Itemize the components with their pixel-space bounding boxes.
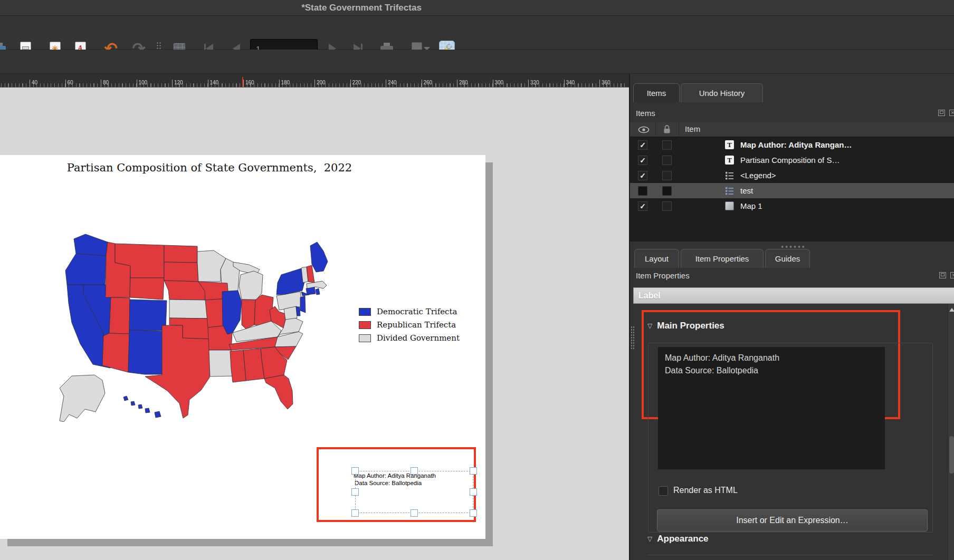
insert-expression-button[interactable]: Insert or Edit an Expression… bbox=[657, 509, 928, 532]
scroll-up-arrow[interactable] bbox=[949, 308, 954, 312]
actions-toolbar bbox=[0, 50, 954, 74]
lock-checkbox[interactable] bbox=[662, 140, 672, 150]
ruler-tick: 220 bbox=[350, 80, 361, 87]
label-text-input[interactable]: Map Author: Aditya Ranganath Data Source… bbox=[658, 347, 885, 469]
state-MI bbox=[239, 271, 263, 300]
collapse-triangle-icon[interactable]: ▽ bbox=[647, 535, 652, 543]
map-title-label[interactable]: Partisan Composition of State Government… bbox=[0, 161, 419, 174]
ruler-tick: 340 bbox=[564, 80, 575, 87]
render-as-html-checkbox[interactable] bbox=[659, 486, 668, 496]
tab-layout[interactable]: Layout bbox=[634, 249, 679, 268]
properties-scrollbar[interactable] bbox=[948, 304, 954, 560]
layout-toolbar: → ✳→ A→ ↶ ↷ → bbox=[0, 16, 954, 50]
lock-checkbox[interactable] bbox=[662, 156, 672, 165]
state-MA bbox=[307, 281, 327, 288]
items-row[interactable]: ✓TPartisan Composition of S… bbox=[630, 152, 954, 168]
items-tree[interactable]: Item ✓TMap Author: Aditya Rangan…✓TParti… bbox=[630, 122, 954, 242]
items-row[interactable]: ✓TMap Author: Aditya Rangan… bbox=[630, 137, 954, 152]
ruler-tick: 320 bbox=[528, 80, 539, 87]
state-CO bbox=[129, 300, 167, 331]
legend-item-icon bbox=[725, 186, 734, 195]
state-OR bbox=[65, 254, 106, 285]
resize-handle[interactable] bbox=[470, 509, 477, 517]
layout-canvas[interactable]: Partisan Composition of State Government… bbox=[0, 88, 629, 560]
state-IL bbox=[222, 291, 242, 334]
ruler-tick: 120 bbox=[172, 80, 183, 87]
state-HI bbox=[138, 404, 142, 409]
items-column-header: Item bbox=[685, 124, 700, 133]
state-NY bbox=[276, 268, 305, 295]
legend-row: Republican Trifecta bbox=[359, 320, 460, 330]
resize-handle[interactable] bbox=[470, 467, 477, 475]
lock-checkbox[interactable] bbox=[662, 201, 672, 211]
right-dock-panel: Items Undo History Items ✕ Item ✓TMap Au… bbox=[629, 74, 954, 560]
visibility-checkbox[interactable] bbox=[638, 186, 647, 196]
state-HI bbox=[123, 396, 128, 401]
text-item-icon: T bbox=[725, 156, 734, 165]
map-item-icon bbox=[725, 201, 734, 210]
close-properties-icon[interactable]: ✕ bbox=[950, 272, 954, 278]
ruler-tick: 360 bbox=[599, 80, 610, 87]
panel-edge-handle[interactable] bbox=[631, 326, 634, 350]
resize-handle[interactable] bbox=[351, 467, 359, 475]
us-trifecta-map[interactable] bbox=[53, 200, 348, 422]
state-FL bbox=[264, 375, 293, 409]
tab-undo-history[interactable]: Undo History bbox=[681, 83, 763, 102]
close-panel-icon[interactable]: ✕ bbox=[949, 110, 954, 116]
items-row[interactable]: ✓Map 1 bbox=[630, 198, 954, 214]
lock-checkbox[interactable] bbox=[662, 171, 672, 180]
state-WA bbox=[74, 234, 108, 256]
state-NJ bbox=[300, 296, 306, 313]
legend-label: Republican Trifecta bbox=[377, 320, 456, 330]
items-tree-header: Item bbox=[630, 122, 954, 137]
state-KS bbox=[169, 300, 212, 318]
horizontal-ruler: 4060801001201401601802002202402602803003… bbox=[0, 74, 629, 88]
float-properties-icon[interactable] bbox=[939, 272, 946, 278]
legend-item-icon bbox=[725, 171, 734, 180]
ruler-tick: 260 bbox=[422, 80, 433, 87]
map-legend[interactable]: Democratic TrifectaRepublican TrifectaDi… bbox=[359, 307, 460, 346]
legend-label: Divided Government bbox=[377, 333, 460, 343]
window-title: *State Government Trifectas bbox=[301, 3, 422, 13]
items-row-label: Partisan Composition of S… bbox=[740, 156, 839, 165]
state-HI bbox=[145, 408, 150, 413]
lock-checkbox[interactable] bbox=[662, 186, 672, 196]
tab-items[interactable]: Items bbox=[633, 83, 680, 102]
ruler-tick: 200 bbox=[314, 80, 326, 87]
items-row[interactable]: ✓<Legend> bbox=[630, 168, 954, 183]
resize-handle[interactable] bbox=[351, 509, 359, 517]
eye-icon bbox=[638, 126, 650, 133]
ruler-tick: 60 bbox=[65, 80, 73, 87]
appearance-section-header[interactable]: ▽ Appearance bbox=[647, 534, 709, 544]
tab-item-properties[interactable]: Item Properties bbox=[681, 249, 764, 268]
resize-handle[interactable] bbox=[470, 488, 477, 496]
selected-label-item[interactable] bbox=[355, 471, 473, 513]
ruler-tick: 40 bbox=[30, 80, 37, 87]
scrollbar-thumb[interactable] bbox=[949, 436, 954, 474]
tab-guides[interactable]: Guides bbox=[765, 249, 810, 268]
state-ND bbox=[164, 245, 197, 263]
resize-handle[interactable] bbox=[351, 488, 359, 496]
items-panel-title: Items bbox=[636, 109, 655, 118]
ruler-tick: 80 bbox=[101, 80, 109, 87]
visibility-checkbox[interactable]: ✓ bbox=[638, 156, 647, 165]
visibility-checkbox[interactable]: ✓ bbox=[638, 140, 647, 150]
visibility-checkbox[interactable]: ✓ bbox=[638, 171, 647, 180]
state-AK bbox=[60, 375, 105, 422]
lock-icon bbox=[663, 125, 671, 134]
resize-handle[interactable] bbox=[411, 509, 418, 517]
items-row[interactable]: test bbox=[630, 183, 954, 198]
appearance-groupbox-top bbox=[648, 555, 933, 555]
state-AL bbox=[243, 349, 264, 381]
state-HI bbox=[155, 411, 161, 418]
state-NE bbox=[164, 281, 205, 300]
item-type-header: Label bbox=[633, 287, 954, 304]
collapse-triangle-icon[interactable]: ▽ bbox=[647, 322, 652, 330]
visibility-checkbox[interactable]: ✓ bbox=[638, 201, 647, 211]
main-properties-section-header[interactable]: ▽ Main Properties bbox=[647, 321, 724, 331]
ruler-tick: 280 bbox=[457, 80, 468, 87]
float-panel-icon[interactable] bbox=[938, 110, 945, 116]
resize-handle[interactable] bbox=[411, 467, 418, 475]
window-titlebar: *State Government Trifectas bbox=[0, 0, 954, 16]
state-HI bbox=[131, 401, 135, 405]
